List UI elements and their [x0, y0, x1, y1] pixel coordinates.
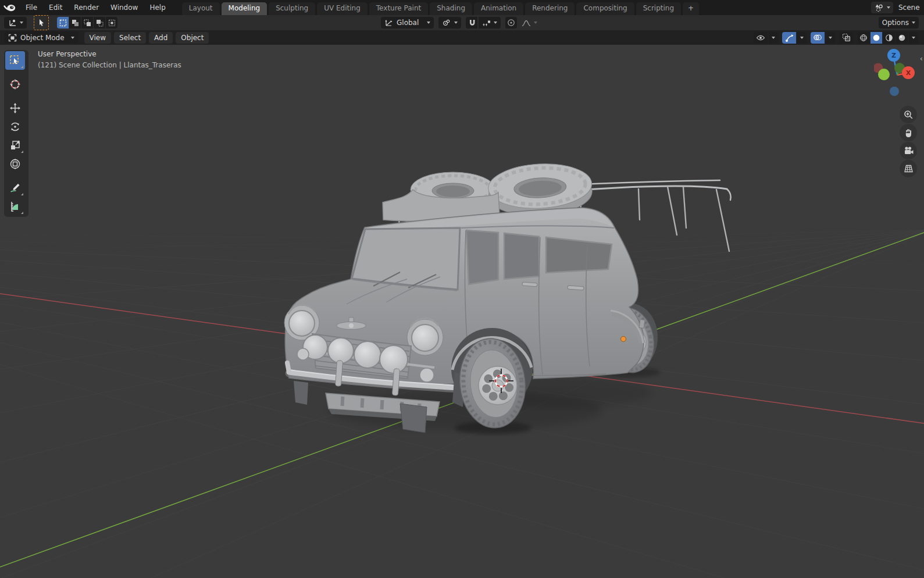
scene-icon	[874, 3, 884, 12]
blender-window: { "topbar": { "menus": ["File", "Edit", …	[0, 0, 924, 578]
gizmo-z-label: Z	[891, 52, 896, 59]
toggle-orthographic-button[interactable]	[900, 160, 917, 177]
tab-texture-paint[interactable]: Texture Paint	[369, 2, 428, 15]
3d-viewport[interactable]: User Perspective (121) Scene Collection …	[0, 45, 924, 578]
viewport-menu-select[interactable]: Select	[114, 32, 146, 44]
scene-name[interactable]: Scene	[898, 3, 924, 12]
pan-button[interactable]	[900, 124, 917, 141]
show-gizmo-toggle[interactable]	[782, 32, 796, 44]
shading-wireframe-button[interactable]	[858, 32, 869, 44]
snap-target-button[interactable]	[479, 17, 501, 28]
camera-view-button[interactable]	[900, 142, 917, 159]
tab-modeling[interactable]: Modeling	[222, 2, 267, 15]
measure-icon	[9, 201, 21, 212]
tab-animation[interactable]: Animation	[474, 2, 523, 15]
options-label: Options	[882, 19, 909, 27]
proportional-falloff-button[interactable]	[518, 17, 541, 28]
parking-light-right	[420, 368, 434, 382]
mode-label: Object Mode	[20, 34, 65, 42]
tool-rotate[interactable]	[5, 117, 25, 136]
select-mode-intersect[interactable]	[106, 17, 117, 28]
viewport-menu-view[interactable]: View	[84, 32, 111, 44]
object-types-dropdown[interactable]	[769, 32, 778, 44]
shading-material-button[interactable]	[883, 32, 895, 44]
options-button[interactable]: Options	[879, 17, 919, 28]
gizmo-dropdown[interactable]	[797, 32, 807, 44]
proportional-editing-toggle[interactable]	[505, 17, 517, 28]
viewport-menu-add[interactable]: Add	[149, 32, 173, 44]
select-mode-extend[interactable]	[69, 17, 81, 28]
editor-3d-viewport-icon	[8, 19, 17, 27]
shading-solid-button[interactable]	[871, 32, 882, 44]
tool-select-box[interactable]	[5, 51, 25, 70]
chevron-down-icon	[427, 22, 430, 24]
shading-dropdown[interactable]	[909, 32, 918, 44]
select-mode-subtract[interactable]	[81, 17, 93, 28]
show-overlays-toggle[interactable]	[811, 32, 825, 44]
snap-increment-icon	[482, 19, 491, 27]
tab-shading[interactable]: Shading	[430, 2, 472, 15]
overlays-dropdown[interactable]	[826, 32, 835, 44]
gizmo-neg-z-ball[interactable]	[890, 87, 899, 96]
workspace-tabs: Layout Modeling Sculpting UV Editing Tex…	[182, 0, 701, 15]
menu-window[interactable]: Window	[105, 0, 144, 15]
zoom-button[interactable]	[900, 106, 917, 123]
select-mode-group	[57, 17, 117, 28]
menu-edit[interactable]: Edit	[43, 0, 68, 15]
select-box-icon	[38, 19, 45, 27]
gizmo-neg-y-ball[interactable]	[878, 69, 890, 80]
viewport-menu-object[interactable]: Object	[176, 32, 209, 44]
pivot-icon	[442, 19, 451, 27]
tool-measure[interactable]	[5, 197, 25, 216]
toolbar	[4, 50, 28, 217]
orientation-gizmo[interactable]: Z X	[874, 49, 921, 98]
tool-move[interactable]	[5, 99, 25, 117]
gizmo-arrow-icon	[785, 34, 794, 42]
proportional-circle-icon	[507, 19, 515, 27]
menu-render[interactable]: Render	[68, 0, 105, 15]
viewport-info: User Perspective (121) Scene Collection …	[38, 50, 181, 69]
tab-layout[interactable]: Layout	[182, 2, 220, 15]
select-mode-set[interactable]	[57, 17, 69, 28]
active-tool-indicator[interactable]	[34, 15, 49, 30]
show-object-types-button[interactable]	[754, 32, 768, 44]
tab-compositing[interactable]: Compositing	[576, 2, 634, 15]
menu-file[interactable]: File	[20, 0, 43, 15]
headlight-left	[289, 311, 315, 336]
tool-scale[interactable]	[5, 136, 25, 155]
pivot-point-button[interactable]	[438, 17, 461, 28]
tab-rendering[interactable]: Rendering	[525, 2, 575, 15]
toggle-xray-button[interactable]	[839, 32, 853, 44]
door-handle-rear	[568, 286, 584, 290]
scene-browse-button[interactable]	[871, 2, 893, 13]
editor-type-button[interactable]	[4, 17, 27, 28]
chevron-down-icon	[912, 22, 915, 24]
navigation-controls: Z X	[871, 49, 921, 178]
mode-selector[interactable]: Object Mode	[4, 31, 79, 44]
tab-uv-editing[interactable]: UV Editing	[317, 2, 368, 15]
rendered-sphere-icon	[898, 34, 906, 42]
chevron-down-icon	[71, 37, 74, 39]
tab-sculpting[interactable]: Sculpting	[269, 2, 315, 15]
scene-selector: Scene	[871, 0, 924, 15]
add-workspace-button[interactable]: +	[683, 2, 699, 15]
object-origin-dot[interactable]	[621, 337, 626, 342]
tab-scripting[interactable]: Scripting	[636, 2, 681, 15]
blender-logo-icon[interactable]	[0, 2, 20, 13]
sidebar-toggle[interactable]: ‹	[920, 54, 923, 63]
snap-toggle[interactable]	[466, 17, 477, 28]
select-mode-invert[interactable]	[94, 17, 105, 28]
falloff-curve-icon	[522, 19, 531, 27]
menu-help[interactable]: Help	[144, 0, 171, 15]
car-model[interactable]	[284, 161, 731, 434]
transform-orientation-button[interactable]: Global	[381, 17, 434, 28]
xray-icon	[842, 33, 851, 42]
tool-cursor[interactable]	[5, 75, 25, 94]
move-icon	[9, 102, 21, 114]
windshield	[352, 228, 460, 290]
tool-transform[interactable]	[5, 155, 25, 173]
shading-rendered-button[interactable]	[896, 32, 908, 44]
tool-annotate[interactable]	[5, 179, 25, 197]
viewport-canvas[interactable]	[0, 45, 924, 578]
topbar: File Edit Render Window Help Layout Mode…	[0, 0, 924, 16]
